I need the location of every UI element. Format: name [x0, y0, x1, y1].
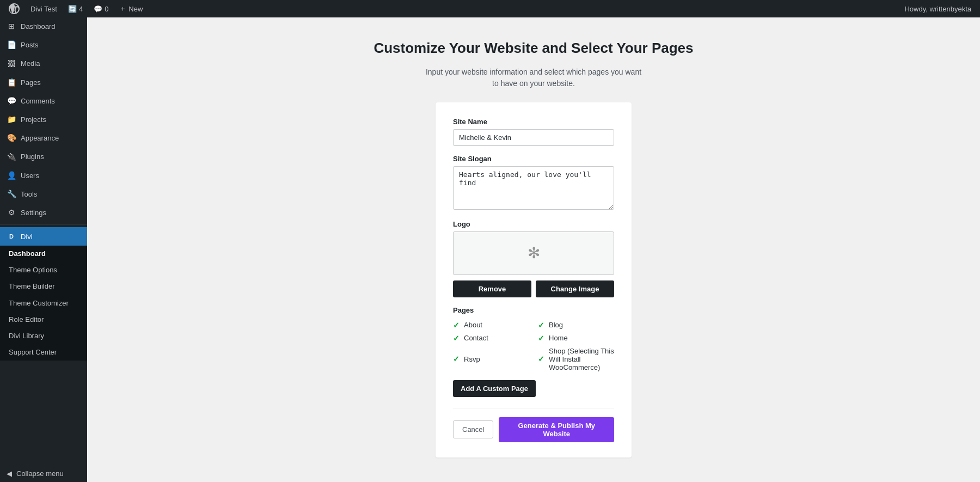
settings-icon: ⚙: [7, 208, 16, 218]
dashboard-icon: ⊞: [7, 22, 16, 32]
page-label-shop: Shop (Selecting This Will Install WooCom…: [549, 347, 614, 371]
new-item[interactable]: ＋ New: [115, 0, 147, 17]
site-slogan-input[interactable]: Hearts aligned, our love you'll find: [453, 166, 614, 210]
role-editor-label: Role Editor: [9, 315, 44, 325]
sidebar-item-divi[interactable]: D Divi: [0, 227, 87, 246]
sidebar-label-divi: Divi: [21, 233, 33, 241]
sidebar-item-appearance[interactable]: 🎨 Appearance: [0, 129, 87, 148]
sidebar-label-appearance: Appearance: [21, 133, 59, 143]
sidebar-item-theme-builder[interactable]: Theme Builder: [0, 278, 87, 295]
collapse-label: Collapse menu: [16, 469, 64, 478]
page-label-home: Home: [549, 334, 568, 342]
logo-area: ✻: [453, 231, 614, 275]
sidebar-label-users: Users: [21, 171, 39, 181]
admin-bar-right: Howdy, writtenbyekta: [904, 5, 976, 13]
sidebar-divi-submenu: Dashboard Theme Options Theme Builder Th…: [0, 246, 87, 361]
posts-icon: 📄: [7, 40, 16, 50]
sidebar-label-plugins: Plugins: [21, 152, 44, 162]
sidebar-item-tools[interactable]: 🔧 Tools: [0, 185, 87, 204]
page-label-rsvp: Rsvp: [464, 355, 480, 363]
updates-item[interactable]: 🔄 4: [64, 0, 87, 17]
pages-section: Pages ✓ About ✓ Blog ✓ Contact: [453, 306, 614, 408]
sidebar-item-plugins[interactable]: 🔌 Plugins: [0, 148, 87, 166]
logo-placeholder-icon: ✻: [528, 244, 540, 262]
sidebar-item-media[interactable]: 🖼 Media: [0, 54, 87, 73]
sidebar-item-dashboard[interactable]: ⊞ Dashboard: [0, 17, 87, 36]
sidebar-label-settings: Settings: [21, 208, 46, 218]
theme-options-label: Theme Options: [9, 265, 57, 275]
logo-group: Logo ✻ Remove Change Image: [453, 220, 614, 297]
projects-icon: 📁: [7, 115, 16, 125]
sidebar-item-pages[interactable]: 📋 Pages: [0, 74, 87, 92]
new-icon: ＋: [119, 4, 126, 14]
sidebar-item-role-editor[interactable]: Role Editor: [0, 312, 87, 328]
remove-button[interactable]: Remove: [453, 280, 531, 297]
page-subheading: Input your website information and selec…: [425, 66, 642, 89]
site-slogan-group: Site Slogan Hearts aligned, our love you…: [453, 155, 614, 211]
sidebar-item-theme-options[interactable]: Theme Options: [0, 262, 87, 278]
sidebar-item-divi-dashboard[interactable]: Dashboard: [0, 246, 87, 262]
collapse-menu-item[interactable]: ◀ Collapse menu: [0, 465, 87, 482]
page-label-about: About: [464, 321, 482, 329]
page-label-contact: Contact: [464, 334, 488, 342]
comments-bar-icon: 💬: [94, 5, 102, 13]
sidebar-item-comments[interactable]: 💬 Comments: [0, 92, 87, 111]
add-custom-page-button[interactable]: Add A Custom Page: [453, 380, 536, 397]
page-item-rsvp: ✓ Rsvp: [453, 347, 529, 371]
plugins-icon: 🔌: [7, 152, 16, 162]
page-item-about: ✓ About: [453, 321, 529, 330]
pages-grid: ✓ About ✓ Blog ✓ Contact ✓ Home: [453, 321, 614, 371]
site-name-label: Site Name: [453, 118, 614, 126]
sidebar-label-pages: Pages: [21, 78, 41, 88]
sidebar-item-divi-library[interactable]: Divi Library: [0, 328, 87, 344]
sidebar-item-users[interactable]: 👤 Users: [0, 167, 87, 185]
updates-icon: 🔄: [68, 5, 77, 13]
divi-icon: D: [7, 231, 16, 241]
collapse-icon: ◀: [7, 469, 12, 478]
appearance-icon: 🎨: [7, 133, 16, 143]
new-label: New: [128, 5, 143, 13]
sidebar-label-projects: Projects: [21, 115, 46, 125]
updates-count: 4: [79, 5, 83, 13]
sidebar-item-projects[interactable]: 📁 Projects: [0, 111, 87, 129]
theme-builder-label: Theme Builder: [9, 282, 55, 291]
check-blog-icon: ✓: [538, 321, 544, 330]
site-name-input[interactable]: [453, 129, 614, 146]
wp-logo-item[interactable]: [4, 0, 24, 17]
logo-label: Logo: [453, 220, 614, 228]
sidebar-item-settings[interactable]: ⚙ Settings: [0, 204, 87, 222]
page-title: Customize Your Website and Select Your P…: [373, 39, 693, 58]
sidebar-label-tools: Tools: [21, 190, 37, 199]
sidebar-divider-1: [0, 224, 87, 225]
wp-logo-icon: [9, 3, 20, 14]
pages-icon: 📋: [7, 78, 16, 88]
admin-bar-left: Divi Test 🔄 4 💬 0 ＋ New: [4, 0, 147, 17]
site-name-bar-label: Divi Test: [30, 5, 57, 13]
main-layout: ⊞ Dashboard 📄 Posts 🖼 Media 📋 Pages 💬 Co…: [0, 17, 980, 482]
site-slogan-label: Site Slogan: [453, 155, 614, 163]
check-rsvp-icon: ✓: [453, 355, 460, 363]
site-name-bar-item[interactable]: Divi Test: [26, 0, 62, 17]
change-image-button[interactable]: Change Image: [536, 280, 614, 297]
sidebar-label-media: Media: [21, 59, 40, 69]
cancel-button[interactable]: Cancel: [453, 420, 493, 438]
form-actions: Cancel Generate & Publish My Website: [453, 408, 614, 442]
form-card: Site Name Site Slogan Hearts aligned, ou…: [436, 102, 632, 457]
theme-customizer-label: Theme Customizer: [9, 298, 69, 308]
main-content: Customize Your Website and Select Your P…: [87, 17, 980, 482]
page-label-blog: Blog: [549, 321, 563, 329]
publish-button[interactable]: Generate & Publish My Website: [499, 417, 614, 442]
comments-icon: 💬: [7, 96, 16, 106]
sidebar-label-comments: Comments: [21, 96, 55, 106]
sidebar-item-theme-customizer[interactable]: Theme Customizer: [0, 295, 87, 312]
page-item-contact: ✓ Contact: [453, 334, 529, 343]
comments-bar-item[interactable]: 💬 0: [89, 0, 113, 17]
sidebar-item-support-center[interactable]: Support Center: [0, 344, 87, 361]
support-center-label: Support Center: [9, 347, 57, 357]
page-item-home: ✓ Home: [538, 334, 614, 343]
sidebar-label-posts: Posts: [21, 40, 39, 50]
check-about-icon: ✓: [453, 321, 460, 330]
page-item-blog: ✓ Blog: [538, 321, 614, 330]
check-home-icon: ✓: [538, 334, 544, 343]
sidebar-item-posts[interactable]: 📄 Posts: [0, 36, 87, 54]
